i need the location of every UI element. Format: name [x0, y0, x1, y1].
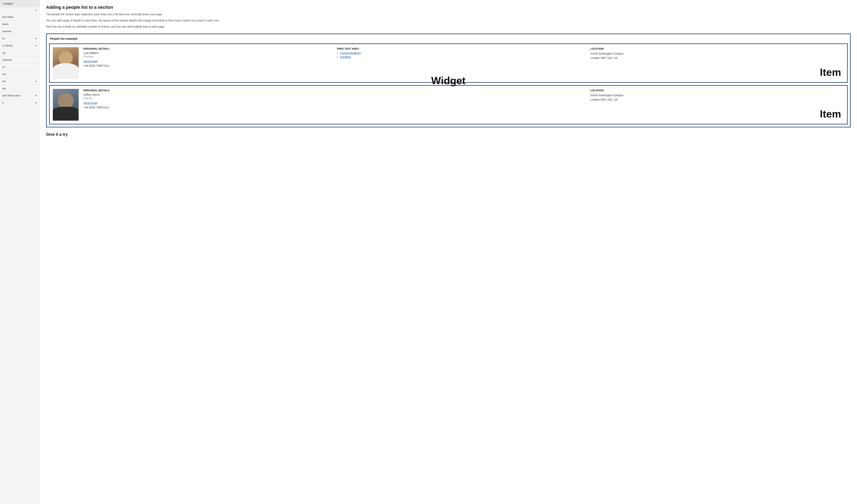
sidebar: s (pages) ► tom block block eeshow ks ► …	[0, 0, 40, 504]
sidebar-item-label: ys	[2, 66, 5, 68]
sidebar-item-ys[interactable]: ys	[0, 64, 39, 71]
phone-1: +44 (0)20 7589 5111	[83, 64, 333, 67]
sidebar-item-ng[interactable]: ng	[0, 49, 39, 56]
list-item: Communications	[340, 51, 587, 55]
person-name-2: Jeffery Burns	[83, 93, 333, 96]
personal-details-header-2: PERSONAL DETAILS	[83, 89, 333, 92]
widget-container: Widget People list example PERSONAL DETA…	[46, 34, 851, 127]
send-email-link-2[interactable]: Send email	[83, 101, 333, 105]
person-details-1: PERSONAL DETAILS Lisa Walters Plumber Se…	[83, 47, 844, 79]
personal-details-header-1: PERSONAL DETAILS	[83, 47, 333, 50]
free-text-header-1: FREE TEXT AREA	[337, 47, 587, 50]
sidebar-item-ent[interactable]: ent ►	[0, 78, 39, 85]
personal-details-col-2: PERSONAL DETAILS Jeffery Burns Painter S…	[83, 89, 337, 121]
sidebar-item-ists[interactable]: ists	[0, 71, 39, 78]
sidebar-item-street-view[interactable]: and Street View ►	[0, 92, 39, 99]
send-email-link-1[interactable]: Send email	[83, 60, 333, 63]
sidebar-item-label: ur blocks	[2, 44, 13, 47]
sidebar-item-eeshow[interactable]: eeshow	[0, 28, 39, 35]
sidebar-item-label: ng	[2, 51, 5, 54]
location-line2-2: London SW7 2AZ, UK	[590, 98, 840, 102]
free-text-col-2	[337, 89, 590, 121]
person-name-1: Lisa Walters	[83, 51, 333, 55]
person-photo-2	[53, 89, 79, 121]
sidebar-item-k[interactable]: k ►	[0, 99, 39, 106]
sidebar-item-label: block	[2, 23, 9, 25]
phone-2: +44 (0)20 7589 5111	[83, 106, 333, 109]
intro-paragraph-1: The people list content type organises e…	[46, 12, 851, 16]
sidebar-item-label: s (pages)	[2, 2, 13, 5]
main-content: Adding a people list to a section The pe…	[40, 0, 857, 504]
sidebar-item-2[interactable]: ►	[0, 7, 39, 14]
chevron-right-icon: ►	[35, 45, 37, 47]
sidebar-item-dar[interactable]: dar	[0, 85, 39, 92]
location-col-1: LOCATION South Kensington Campus London …	[590, 47, 844, 79]
chevron-right-icon: ►	[35, 9, 37, 11]
sidebar-item-label: ent	[2, 80, 6, 83]
widget-section-title: People list example	[47, 34, 850, 42]
free-text-link-facilities[interactable]: Facilities	[340, 55, 351, 58]
sidebar-item-label: dar	[2, 87, 6, 90]
sidebar-item-nal-feed[interactable]: nal feed	[0, 56, 39, 64]
person-details-2: PERSONAL DETAILS Jeffery Burns Painter S…	[83, 89, 844, 121]
location-line1-1: South Kensington Campus	[590, 51, 840, 56]
give-it-a-try-heading: Give it a try	[46, 132, 851, 137]
location-col-2: LOCATION South Kensington Campus London …	[590, 89, 844, 121]
person-card-2: PERSONAL DETAILS Jeffery Burns Painter S…	[49, 85, 848, 124]
sidebar-item-pages[interactable]: s (pages)	[0, 0, 39, 7]
chevron-right-icon: ►	[35, 94, 37, 97]
sidebar-item-label: and Street View	[2, 94, 21, 97]
sidebar-item-label: eeshow	[2, 30, 11, 33]
list-item: Facilities	[340, 55, 587, 58]
sidebar-item-ks[interactable]: ks ►	[0, 35, 39, 42]
person-role-2: Painter	[83, 97, 333, 100]
free-text-list-1: Communications Facilities	[337, 51, 587, 58]
location-line2-1: London SW7 2AZ, UK	[590, 56, 840, 60]
sidebar-item-label: k	[2, 101, 4, 104]
person-photo-1	[53, 47, 79, 79]
sidebar-item-block[interactable]: block	[0, 21, 39, 28]
personal-details-col-1: PERSONAL DETAILS Lisa Walters Plumber Se…	[83, 47, 337, 79]
intro-paragraph-2: You can add range of details to each ite…	[46, 18, 851, 23]
sidebar-item-label: ks	[2, 37, 5, 40]
chevron-right-icon: ►	[35, 80, 37, 82]
sidebar-item-label: ists	[2, 73, 6, 75]
location-header-2: LOCATION	[590, 89, 840, 92]
person-role-1: Plumber	[83, 55, 333, 58]
sidebar-item-label: tom block	[2, 16, 14, 18]
intro-paragraph-3: Each list can include an unlimited numbe…	[46, 24, 851, 29]
location-line1-2: South Kensington Campus	[590, 93, 840, 98]
chevron-right-icon: ►	[35, 37, 37, 39]
location-header-1: LOCATION	[590, 47, 840, 50]
free-text-link-communications[interactable]: Communications	[340, 51, 361, 55]
chevron-right-icon: ►	[35, 102, 37, 104]
item-label-1: Item	[820, 66, 841, 78]
item-label-2: Item	[820, 108, 841, 120]
sidebar-item-ur-blocks[interactable]: ur blocks ►	[0, 42, 39, 49]
person-card-1: PERSONAL DETAILS Lisa Walters Plumber Se…	[49, 44, 848, 83]
sidebar-item-tom-block[interactable]: tom block	[0, 14, 39, 21]
free-text-col-1: FREE TEXT AREA Communications Facilities	[337, 47, 590, 79]
sidebar-item-label: nal feed	[2, 58, 12, 61]
page-title: Adding a people list to a section	[46, 5, 851, 10]
